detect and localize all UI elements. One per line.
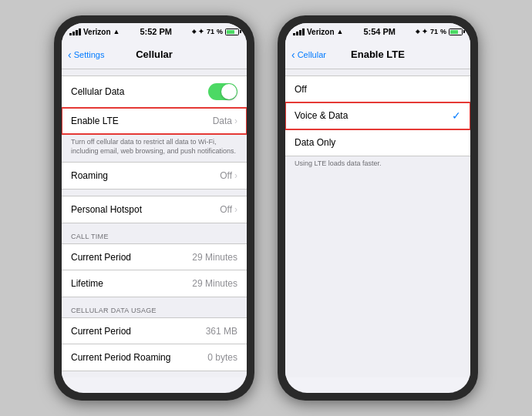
status-bar-2: Verizon ▲ 5:54 PM ◈ ✦ 71% [285,23,470,40]
location-icon-2: ◈ [416,29,419,35]
lte-data-only-row[interactable]: Data Only [285,129,470,156]
nav-title-1: Cellular [136,49,173,60]
group-lte-options: Off Voice & Data ✓ Data Only [285,75,470,156]
carrier-label: Verizon [83,28,111,36]
call-current-period-row: Current Period 29 Minutes [62,244,247,270]
data-roaming-row: Current Period Roaming 0 bytes [62,344,247,371]
status-icons-2: ◈ ✦ 71% [416,28,463,35]
call-lifetime-value: 29 Minutes [192,278,237,289]
data-current-period-row: Current Period 361 MB [62,318,247,344]
roaming-value: Off › [220,170,237,181]
data-usage-header: CELLULAR DATA USAGE [62,297,247,317]
time-label: 5:52 PM [140,27,172,36]
cellular-data-toggle[interactable] [208,83,237,100]
battery-icon [225,29,239,35]
lte-voice-data-row[interactable]: Voice & Data ✓ [285,102,470,129]
nav-title-2: Enable LTE [351,49,405,60]
group-data-usage: Current Period 361 MB Current Period Roa… [62,317,247,371]
cellular-data-row[interactable]: Cellular Data [62,76,247,108]
back-label-1: Settings [74,50,105,59]
toggle-knob [221,84,237,99]
data-roaming-value: 0 bytes [207,352,237,363]
hotspot-row[interactable]: Personal Hotspot Off › [62,196,247,223]
signal-icon [69,29,81,35]
cellular-data-label: Cellular Data [71,86,124,97]
group-roaming: Roaming Off › [62,162,247,190]
chevron-icon: › [234,116,237,126]
enable-lte-row[interactable]: Enable LTE Data › [62,108,247,134]
battery-icon-2 [449,29,463,35]
enable-lte-value: Data › [213,116,237,126]
phone-2: Verizon ▲ 5:54 PM ◈ ✦ 71% ‹ Cellular Ena… [278,15,478,401]
data-current-label: Current Period [71,326,131,337]
cellular-footer: Turn off cellular data to restrict all d… [62,135,247,162]
call-lifetime-label: Lifetime [71,278,103,289]
call-lifetime-row: Lifetime 29 Minutes [62,270,247,297]
group-call-time: Current Period 29 Minutes Lifetime 29 Mi… [62,243,247,297]
call-current-label: Current Period [71,252,131,263]
hotspot-value: Off › [220,204,237,215]
phone-1: Verizon ▲ 5:52 PM ◈ ✦ 71% ‹ Settings Cel… [54,15,254,401]
home-area-1 [62,377,247,393]
roaming-row[interactable]: Roaming Off › [62,163,247,189]
hotspot-chevron: › [234,204,237,215]
wifi-icon: ▲ [113,28,120,35]
lte-data-only-label: Data Only [295,137,335,148]
data-roaming-label: Current Period Roaming [71,352,170,363]
group-cellular: Cellular Data Enable LTE Data › [62,75,247,135]
roaming-label: Roaming [71,170,108,181]
back-chevron-icon-2: ‹ [291,49,295,61]
lte-off-row[interactable]: Off [285,76,470,102]
bluetooth-icon: ✦ [198,28,204,35]
call-time-header: CALL TIME [62,223,247,243]
nav-bar-1: ‹ Settings Cellular [62,40,247,69]
content-1: Cellular Data Enable LTE Data › Turn off… [62,69,247,377]
data-current-value: 361 MB [206,326,237,337]
checkmark-icon: ✓ [452,109,461,122]
content-2: Off Voice & Data ✓ Data Only Using LTE l… [285,69,470,377]
hotspot-label: Personal Hotspot [71,204,142,215]
battery-percent: 71 [207,28,214,35]
signal-icon-2 [293,29,305,35]
status-icons: ◈ ✦ 71% [192,28,239,35]
use-for-header: USE CELLULAR DATA FOR: [62,371,247,377]
nav-bar-2: ‹ Cellular Enable LTE [285,40,470,69]
battery-percent-2: 71 [430,28,438,35]
back-chevron-icon: ‹ [68,49,72,61]
status-bar-1: Verizon ▲ 5:52 PM ◈ ✦ 71% [62,23,247,40]
phone-1-screen: Verizon ▲ 5:52 PM ◈ ✦ 71% ‹ Settings Cel… [62,23,247,393]
wifi-icon-2: ▲ [337,28,344,35]
call-current-value: 29 Minutes [192,252,237,263]
bluetooth-icon-2: ✦ [422,28,428,35]
group-hotspot: Personal Hotspot Off › [62,196,247,223]
back-button-2[interactable]: ‹ Cellular [291,49,326,61]
lte-voice-data-label: Voice & Data [295,110,348,121]
lte-footer: Using LTE loads data faster. [285,156,470,173]
lte-off-label: Off [295,84,307,95]
enable-lte-label: Enable LTE [71,116,119,126]
roaming-chevron: › [234,170,237,181]
phone-2-screen: Verizon ▲ 5:54 PM ◈ ✦ 71% ‹ Cellular Ena… [285,23,470,393]
location-icon: ◈ [192,29,196,35]
back-label-2: Cellular [298,50,326,59]
back-button-1[interactable]: ‹ Settings [68,49,104,61]
carrier-label-2: Verizon [307,28,335,36]
home-area-2 [285,377,470,393]
time-label-2: 5:54 PM [363,27,396,36]
